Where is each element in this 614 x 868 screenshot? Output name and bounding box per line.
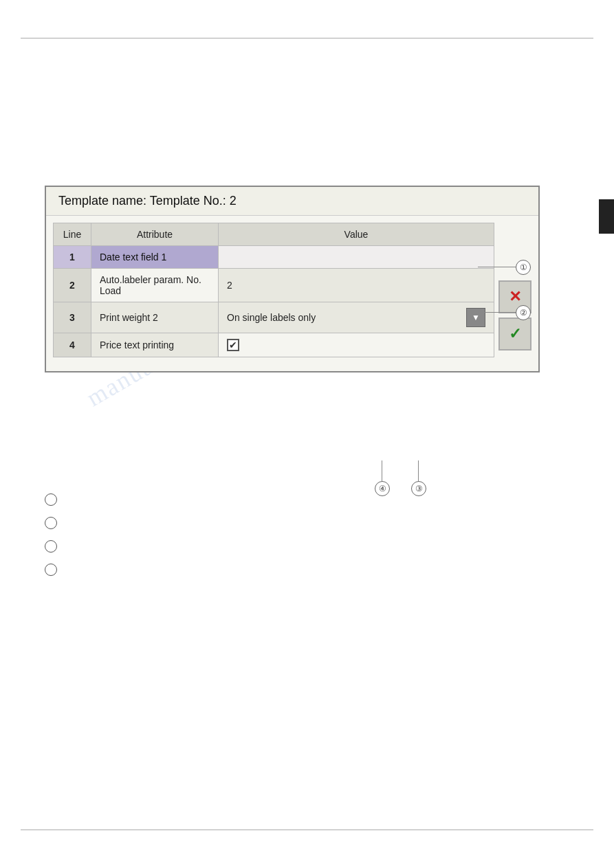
row2-attribute: Auto.labeler param. No. Load (91, 269, 219, 302)
cancel-button[interactable]: ✕ (498, 280, 531, 313)
row1-value[interactable] (219, 246, 494, 269)
table-row[interactable]: 3 Print weight 2 On single labels only ▼ (54, 302, 494, 333)
bullet-circle-3 (45, 540, 57, 553)
right-tab (599, 199, 614, 234)
bullet-circle-2 (45, 517, 57, 529)
callout-4: ④ (375, 481, 390, 496)
table-row[interactable]: 2 Auto.labeler param. No. Load 2 (54, 269, 494, 302)
table-row[interactable]: 1 Date text field 1 (54, 246, 494, 269)
bullet-circle-1 (45, 493, 57, 506)
ok-icon: ✓ (509, 325, 521, 343)
col-line: Line (54, 223, 91, 246)
bullet-item-3 (45, 540, 64, 553)
bullet-item-4 (45, 564, 64, 576)
col-value: Value (219, 223, 494, 246)
row3-value: On single labels only ▼ (219, 302, 494, 333)
row4-value: ✔ (219, 333, 494, 357)
row1-line: 1 (54, 246, 91, 269)
bullets-area (45, 493, 64, 587)
bottom-rule (21, 830, 593, 830)
callout-3: ③ (411, 481, 426, 496)
action-buttons: ✕ ✓ (498, 223, 531, 357)
attribute-table: Line Attribute Value 1 Date text field 1… (53, 223, 494, 357)
table-row[interactable]: 4 Price text printing ✔ (54, 333, 494, 357)
row4-checkbox[interactable]: ✔ (227, 339, 239, 351)
row3-value-text: On single labels only (227, 312, 316, 323)
bullet-item-2 (45, 517, 64, 529)
col-attribute: Attribute (91, 223, 219, 246)
row3-dropdown-button[interactable]: ▼ (466, 308, 485, 327)
row4-attribute: Price text printing (91, 333, 219, 357)
bullet-circle-4 (45, 564, 57, 576)
row3-value-wrapper: On single labels only ▼ (227, 308, 485, 327)
cancel-icon: ✕ (509, 288, 521, 306)
bullet-item-1 (45, 493, 64, 506)
table-wrapper: Line Attribute Value 1 Date text field 1… (46, 216, 538, 371)
row1-attribute: Date text field 1 (91, 246, 219, 269)
dialog-box: Template name: Template No.: 2 Line Attr… (45, 186, 540, 372)
row2-value: 2 (219, 269, 494, 302)
dialog-title: Template name: Template No.: 2 (46, 187, 538, 216)
ok-button[interactable]: ✓ (498, 318, 531, 350)
row3-line: 3 (54, 302, 91, 333)
row4-line: 4 (54, 333, 91, 357)
top-rule (21, 38, 593, 38)
row3-attribute: Print weight 2 (91, 302, 219, 333)
row4-checkbox-cell: ✔ (227, 339, 485, 351)
row2-line: 2 (54, 269, 91, 302)
